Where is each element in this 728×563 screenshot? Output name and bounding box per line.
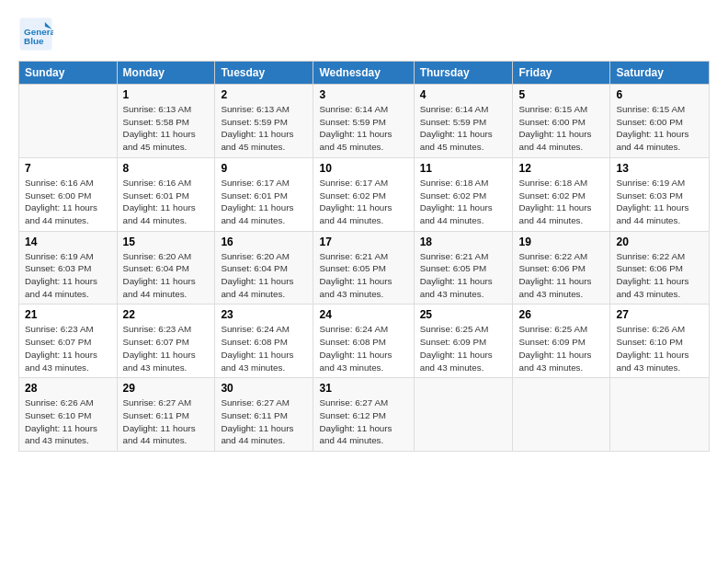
day-info: Sunrise: 6:16 AM Sunset: 6:01 PM Dayligh… (123, 177, 210, 227)
svg-text:Blue: Blue (24, 36, 44, 46)
day-number: 9 (221, 162, 307, 175)
calendar-cell: 23Sunrise: 6:24 AM Sunset: 6:08 PM Dayli… (215, 304, 313, 378)
day-info: Sunrise: 6:14 AM Sunset: 5:59 PM Dayligh… (319, 103, 407, 154)
day-info: Sunrise: 6:13 AM Sunset: 5:58 PM Dayligh… (123, 103, 210, 154)
calendar-cell: 1Sunrise: 6:13 AM Sunset: 5:58 PM Daylig… (117, 85, 215, 158)
calendar-cell: 11Sunrise: 6:18 AM Sunset: 6:02 PM Dayli… (414, 157, 513, 231)
calendar-cell: 31Sunrise: 6:27 AM Sunset: 6:12 PM Dayli… (313, 378, 414, 452)
day-number: 11 (420, 162, 507, 175)
week-row-4: 21Sunrise: 6:23 AM Sunset: 6:07 PM Dayli… (19, 304, 710, 378)
calendar-cell: 26Sunrise: 6:25 AM Sunset: 6:09 PM Dayli… (513, 304, 610, 378)
calendar-cell: 6Sunrise: 6:15 AM Sunset: 6:00 PM Daylig… (610, 85, 710, 158)
day-info: Sunrise: 6:25 AM Sunset: 6:09 PM Dayligh… (420, 323, 507, 373)
day-number: 13 (616, 162, 703, 175)
day-number: 29 (123, 382, 210, 395)
calendar-cell (513, 378, 610, 452)
day-info: Sunrise: 6:26 AM Sunset: 6:10 PM Dayligh… (616, 323, 703, 373)
calendar-cell: 9Sunrise: 6:17 AM Sunset: 6:01 PM Daylig… (215, 157, 313, 231)
day-number: 14 (25, 236, 111, 248)
calendar-cell: 10Sunrise: 6:17 AM Sunset: 6:02 PM Dayli… (313, 157, 414, 231)
calendar-cell: 15Sunrise: 6:20 AM Sunset: 6:04 PM Dayli… (117, 231, 215, 304)
day-number: 3 (319, 88, 407, 101)
day-number: 2 (221, 88, 307, 101)
page-container: General Blue SundayMondayTuesdayWednesda… (0, 0, 728, 461)
week-row-5: 28Sunrise: 6:26 AM Sunset: 6:10 PM Dayli… (19, 378, 710, 452)
day-number: 27 (616, 308, 703, 321)
calendar-cell: 17Sunrise: 6:21 AM Sunset: 6:05 PM Dayli… (313, 231, 414, 304)
week-row-1: 1Sunrise: 6:13 AM Sunset: 5:58 PM Daylig… (19, 85, 710, 158)
day-number: 16 (221, 236, 307, 248)
day-number: 28 (25, 382, 111, 395)
day-number: 17 (319, 236, 407, 248)
calendar-cell: 14Sunrise: 6:19 AM Sunset: 6:03 PM Dayli… (19, 231, 118, 304)
weekday-header-sunday: Sunday (19, 62, 118, 85)
day-number: 19 (518, 236, 604, 248)
day-info: Sunrise: 6:27 AM Sunset: 6:11 PM Dayligh… (123, 396, 210, 447)
day-number: 22 (123, 308, 210, 321)
day-info: Sunrise: 6:14 AM Sunset: 5:59 PM Dayligh… (420, 103, 507, 154)
calendar-cell: 30Sunrise: 6:27 AM Sunset: 6:11 PM Dayli… (215, 378, 313, 452)
day-number: 1 (123, 88, 210, 101)
week-row-2: 7Sunrise: 6:16 AM Sunset: 6:00 PM Daylig… (19, 157, 710, 231)
day-info: Sunrise: 6:13 AM Sunset: 5:59 PM Dayligh… (221, 103, 307, 154)
day-number: 21 (25, 308, 111, 321)
calendar-cell: 2Sunrise: 6:13 AM Sunset: 5:59 PM Daylig… (215, 85, 313, 158)
calendar-cell (414, 378, 513, 452)
calendar-cell (610, 378, 710, 452)
day-number: 31 (319, 382, 407, 395)
day-number: 10 (319, 162, 407, 175)
calendar-cell: 4Sunrise: 6:14 AM Sunset: 5:59 PM Daylig… (414, 85, 513, 158)
day-info: Sunrise: 6:17 AM Sunset: 6:02 PM Dayligh… (319, 177, 407, 227)
day-number: 23 (221, 308, 307, 321)
day-info: Sunrise: 6:19 AM Sunset: 6:03 PM Dayligh… (25, 250, 111, 301)
day-info: Sunrise: 6:16 AM Sunset: 6:00 PM Dayligh… (25, 177, 111, 227)
day-number: 18 (420, 236, 507, 248)
logo: General Blue (18, 17, 57, 52)
day-number: 26 (518, 308, 604, 321)
calendar-cell (19, 85, 118, 158)
day-info: Sunrise: 6:18 AM Sunset: 6:02 PM Dayligh… (518, 177, 604, 227)
calendar-cell: 20Sunrise: 6:22 AM Sunset: 6:06 PM Dayli… (610, 231, 710, 304)
week-row-3: 14Sunrise: 6:19 AM Sunset: 6:03 PM Dayli… (19, 231, 710, 304)
day-info: Sunrise: 6:21 AM Sunset: 6:05 PM Dayligh… (319, 250, 407, 301)
day-number: 20 (616, 236, 703, 248)
day-info: Sunrise: 6:22 AM Sunset: 6:06 PM Dayligh… (518, 250, 604, 301)
calendar-cell: 5Sunrise: 6:15 AM Sunset: 6:00 PM Daylig… (513, 85, 610, 158)
day-number: 8 (123, 162, 210, 175)
day-info: Sunrise: 6:27 AM Sunset: 6:12 PM Dayligh… (319, 396, 407, 447)
day-info: Sunrise: 6:20 AM Sunset: 6:04 PM Dayligh… (221, 250, 307, 301)
day-info: Sunrise: 6:17 AM Sunset: 6:01 PM Dayligh… (221, 177, 307, 227)
calendar-cell: 28Sunrise: 6:26 AM Sunset: 6:10 PM Dayli… (19, 378, 118, 452)
day-number: 25 (420, 308, 507, 321)
day-info: Sunrise: 6:18 AM Sunset: 6:02 PM Dayligh… (420, 177, 507, 227)
day-info: Sunrise: 6:27 AM Sunset: 6:11 PM Dayligh… (221, 396, 307, 447)
page-header: General Blue (18, 17, 710, 52)
calendar-cell: 29Sunrise: 6:27 AM Sunset: 6:11 PM Dayli… (117, 378, 215, 452)
weekday-header-friday: Friday (513, 62, 610, 85)
day-info: Sunrise: 6:23 AM Sunset: 6:07 PM Dayligh… (123, 323, 210, 373)
calendar-cell: 27Sunrise: 6:26 AM Sunset: 6:10 PM Dayli… (610, 304, 710, 378)
calendar-cell: 18Sunrise: 6:21 AM Sunset: 6:05 PM Dayli… (414, 231, 513, 304)
calendar-cell: 3Sunrise: 6:14 AM Sunset: 5:59 PM Daylig… (313, 85, 414, 158)
calendar-table: SundayMondayTuesdayWednesdayThursdayFrid… (18, 61, 710, 452)
weekday-header-wednesday: Wednesday (313, 62, 414, 85)
day-info: Sunrise: 6:20 AM Sunset: 6:04 PM Dayligh… (123, 250, 210, 301)
calendar-cell: 25Sunrise: 6:25 AM Sunset: 6:09 PM Dayli… (414, 304, 513, 378)
day-info: Sunrise: 6:21 AM Sunset: 6:05 PM Dayligh… (420, 250, 507, 301)
day-info: Sunrise: 6:15 AM Sunset: 6:00 PM Dayligh… (518, 103, 604, 154)
day-number: 15 (123, 236, 210, 248)
logo-icon: General Blue (18, 17, 53, 52)
calendar-cell: 13Sunrise: 6:19 AM Sunset: 6:03 PM Dayli… (610, 157, 710, 231)
calendar-cell: 8Sunrise: 6:16 AM Sunset: 6:01 PM Daylig… (117, 157, 215, 231)
calendar-cell: 21Sunrise: 6:23 AM Sunset: 6:07 PM Dayli… (19, 304, 118, 378)
day-info: Sunrise: 6:25 AM Sunset: 6:09 PM Dayligh… (518, 323, 604, 373)
day-info: Sunrise: 6:23 AM Sunset: 6:07 PM Dayligh… (25, 323, 111, 373)
day-number: 12 (518, 162, 604, 175)
calendar-cell: 12Sunrise: 6:18 AM Sunset: 6:02 PM Dayli… (513, 157, 610, 231)
day-number: 30 (221, 382, 307, 395)
day-number: 4 (420, 88, 507, 101)
day-number: 24 (319, 308, 407, 321)
day-number: 6 (616, 88, 703, 101)
weekday-header-saturday: Saturday (610, 62, 710, 85)
day-info: Sunrise: 6:22 AM Sunset: 6:06 PM Dayligh… (616, 250, 703, 301)
